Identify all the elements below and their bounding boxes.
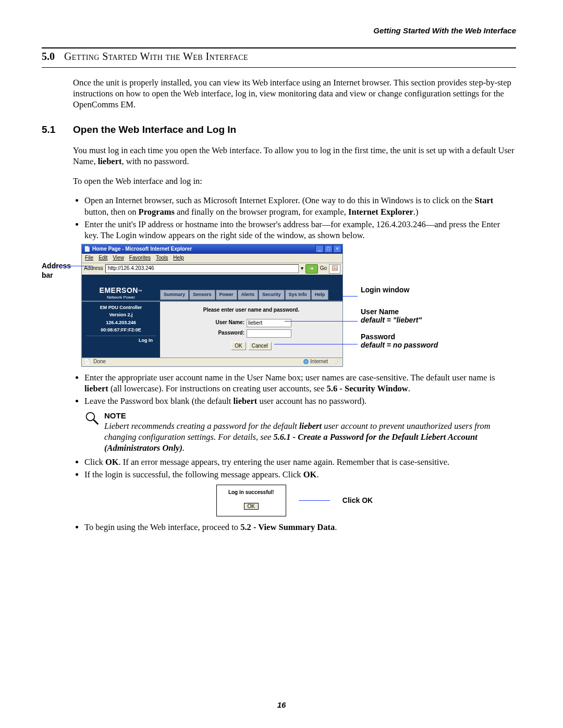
sidebar-line-4: 00:08:67:FF:F2:0E [82, 327, 160, 334]
menu-view[interactable]: View [113, 255, 124, 262]
status-bar: 📄 Done Internet ⋰ [82, 357, 342, 366]
status-done: Done [93, 359, 106, 365]
sidebar-line-2: Version 2.j [82, 312, 160, 318]
section-number: 5.0 [42, 51, 55, 65]
bullet-click-ok: Click OK. If an error message appears, t… [84, 456, 516, 467]
done-icon: 📄 [84, 359, 90, 365]
para-open-steps: To open the Web interface and log in: [73, 176, 516, 187]
address-input[interactable]: http://126.4.203.246 [105, 264, 299, 273]
username-input[interactable] [247, 319, 291, 327]
username-label: User Name: [211, 319, 244, 326]
tab-summary[interactable]: Summary [160, 290, 189, 300]
browser-screenshot: 📄 Home Page - Microsoft Internet Explore… [81, 244, 343, 367]
svg-point-0 [87, 412, 95, 421]
success-dialog: Log in successful! OK [216, 485, 286, 517]
bullet-login-success: If the login is successful, the followin… [84, 469, 516, 480]
nav-tabs: Summary Sensors Power Alerts Security Sy… [160, 290, 342, 301]
ok-button[interactable]: OK [231, 342, 246, 350]
page-icon: 📄 [84, 246, 90, 253]
status-zone: Internet [303, 359, 328, 365]
brand-block: EMERSON™ Network Power [82, 282, 160, 301]
note-heading: NOTE [104, 411, 516, 421]
bullet-open-browser: Open an Internet browser, such as Micros… [84, 195, 516, 217]
bullet-leave-password-blank: Leave the Password box blank (the defaul… [84, 396, 516, 406]
sidebar-info: EM PDU Controller Version 2.j 126.4.203.… [82, 302, 160, 357]
tab-sysinfo[interactable]: Sys Info [285, 290, 311, 300]
resize-grip-icon: ⋰ [335, 359, 340, 365]
tab-help[interactable]: Help [311, 290, 329, 300]
svg-line-1 [94, 419, 99, 424]
maximize-button[interactable]: □ [324, 245, 333, 253]
page-number: 16 [0, 700, 563, 709]
section-title: Getting Started With the Web Interface [64, 51, 248, 65]
password-label: Password: [211, 330, 244, 337]
login-prompt: Please enter user name and password. [160, 307, 342, 314]
menu-file[interactable]: File [85, 255, 93, 262]
windows-flag-icon: 🪟 [329, 264, 340, 274]
menu-favorites[interactable]: Favorites [129, 255, 151, 262]
note-block: NOTE Liebert recommends creating a passw… [84, 411, 516, 454]
callout-click-ok: Click OK [342, 496, 373, 505]
login-window: Please enter user name and password. Use… [160, 302, 342, 357]
menu-tools[interactable]: Tools [156, 255, 168, 262]
tab-power[interactable]: Power [216, 290, 237, 300]
callout-password-default: default = no password [361, 341, 465, 350]
bullet-enter-username: Enter the appropriate user account name … [84, 372, 516, 394]
tab-alerts[interactable]: Alerts [238, 290, 259, 300]
pointer-line [285, 321, 358, 322]
pointer-line [53, 266, 92, 267]
section-intro: Once the unit is properly installed, you… [73, 77, 516, 110]
minimize-button[interactable]: _ [315, 245, 324, 253]
pointer-line [342, 296, 358, 297]
go-button[interactable]: ➔ [305, 264, 318, 274]
brand-subtitle: Network Power [82, 295, 160, 300]
close-button[interactable]: × [333, 245, 341, 253]
pointer-line [274, 344, 358, 345]
subsection-title: Open the Web Interface and Log In [73, 124, 236, 136]
callout-login-window: Login window [361, 286, 465, 294]
menubar: File Edit View Favorites Tools Help [82, 254, 342, 263]
note-text: Liebert recommends creating a password f… [104, 421, 516, 453]
subsection-5-1-heading: 5.1 Open the Web Interface and Log In [73, 124, 516, 136]
magnifier-icon [84, 411, 99, 425]
dialog-ok-button[interactable]: OK [244, 503, 259, 510]
menu-edit[interactable]: Edit [99, 255, 107, 262]
callout-username-default: default = "liebert" [361, 316, 465, 325]
running-header: Getting Started With the Web Interface [42, 26, 516, 35]
window-title: Home Page - Microsoft Internet Explorer [92, 246, 313, 253]
pointer-line [299, 500, 330, 501]
bullet-enter-ip: Enter the unit's IP address or hostname … [84, 219, 516, 241]
callout-password: Password [361, 332, 465, 341]
brand-name: EMERSON™ [82, 286, 160, 295]
dropdown-icon[interactable]: ▾ [301, 265, 303, 272]
section-5-0-heading: 5.0 Getting Started With the Web Interfa… [42, 47, 516, 68]
sidebar-line-1: EM PDU Controller [82, 305, 160, 311]
bullet-proceed: To begin using the Web interface, procee… [84, 522, 516, 533]
callout-address-bar: Address bar [42, 262, 78, 280]
cancel-button[interactable]: Cancel [248, 342, 272, 350]
window-titlebar: 📄 Home Page - Microsoft Internet Explore… [82, 244, 342, 254]
callout-username: User Name [361, 307, 465, 316]
sidebar-line-3: 126.4.203.246 [82, 320, 160, 326]
subsection-number: 5.1 [42, 124, 62, 136]
globe-icon [303, 359, 309, 364]
para-login-intro: You must log in each time you open the W… [73, 145, 516, 167]
go-label: Go [320, 265, 327, 272]
success-message: Log in successful! [217, 489, 286, 496]
menu-help[interactable]: Help [173, 255, 184, 262]
password-input[interactable] [247, 329, 291, 338]
tab-security[interactable]: Security [259, 290, 285, 300]
address-bar: Address http://126.4.203.246 ▾ ➔ Go 🪟 [82, 263, 342, 275]
tab-sensors[interactable]: Sensors [189, 290, 215, 300]
sidebar-login-link[interactable]: Log In [86, 336, 156, 344]
